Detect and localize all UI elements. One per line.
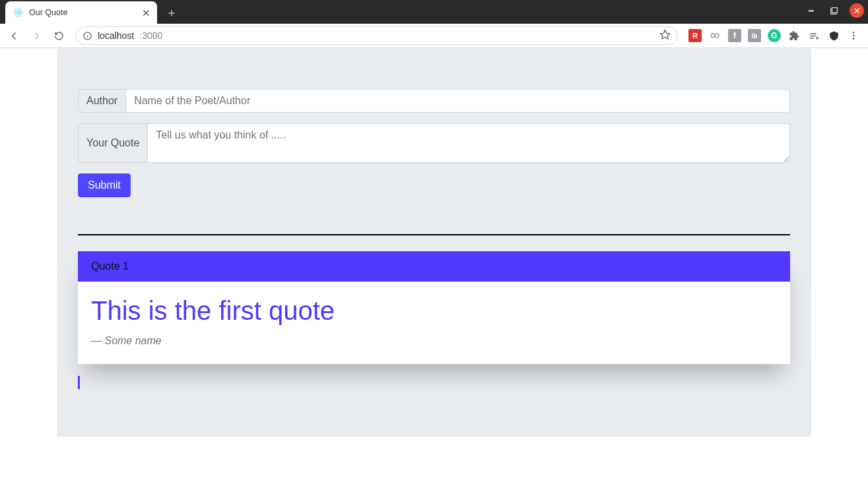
svg-point-14 xyxy=(853,38,855,40)
extension-facebook-icon[interactable]: f xyxy=(728,29,741,42)
tab-strip: Our Quote ✕ ＋ ━ ✕ xyxy=(0,0,868,24)
reload-button[interactable] xyxy=(49,26,69,46)
submit-button[interactable]: Submit xyxy=(78,173,131,197)
extension-icons: R f ib G xyxy=(684,29,864,42)
quote-card: Quote 1 This is the first quote Some nam… xyxy=(78,251,790,364)
back-button[interactable] xyxy=(4,26,24,46)
author-input[interactable] xyxy=(126,89,790,113)
bookmark-star-icon[interactable] xyxy=(659,29,671,42)
url-port: :3000 xyxy=(139,30,162,41)
tab-close-icon[interactable]: ✕ xyxy=(142,8,150,18)
browser-toolbar: localhost:3000 R f ib G xyxy=(0,24,868,48)
forward-button[interactable] xyxy=(26,26,46,46)
close-window-button[interactable]: ✕ xyxy=(850,3,864,18)
extension-grammarly-icon[interactable]: G xyxy=(768,29,781,42)
extension-icon[interactable]: ib xyxy=(748,29,761,42)
quote-text: This is the first quote xyxy=(91,296,777,326)
browser-tab[interactable]: Our Quote ✕ xyxy=(5,1,157,24)
chrome-menu-icon[interactable] xyxy=(847,29,860,42)
author-input-group: Author xyxy=(78,89,790,113)
quote-card-body: This is the first quote Some name xyxy=(78,282,790,364)
section-divider xyxy=(78,234,790,235)
quote-label: Your Quote xyxy=(78,123,148,163)
page-viewport[interactable]: Author Your Quote Submit Quote 1 This is… xyxy=(0,48,868,490)
quote-author: Some name xyxy=(91,335,777,347)
svg-rect-5 xyxy=(832,7,837,13)
quote-author-name: Some name xyxy=(104,335,161,346)
address-bar[interactable]: localhost:3000 xyxy=(75,26,678,45)
author-label: Author xyxy=(78,89,126,113)
svg-point-11 xyxy=(715,34,719,38)
browser-window: Our Quote ✕ ＋ ━ ✕ localhost:3000 xyxy=(0,0,868,490)
extensions-puzzle-icon[interactable] xyxy=(787,29,801,42)
svg-point-10 xyxy=(711,34,715,38)
extension-link-icon[interactable] xyxy=(708,29,721,42)
svg-point-13 xyxy=(853,35,855,37)
page-panel: Author Your Quote Submit Quote 1 This is… xyxy=(57,48,811,437)
extension-shield-icon[interactable] xyxy=(827,29,840,42)
maximize-button[interactable] xyxy=(827,4,840,17)
window-controls: ━ ✕ xyxy=(805,3,864,18)
new-tab-button[interactable]: ＋ xyxy=(162,3,181,22)
svg-point-12 xyxy=(853,32,855,34)
extension-playlist-icon[interactable] xyxy=(807,29,820,42)
svg-marker-9 xyxy=(660,30,669,38)
quote-textarea[interactable] xyxy=(148,123,790,163)
text-cursor-icon xyxy=(78,376,80,389)
react-favicon-icon xyxy=(13,7,24,18)
minimize-button[interactable]: ━ xyxy=(805,4,818,17)
svg-point-0 xyxy=(18,12,20,14)
url-host: localhost xyxy=(98,30,134,41)
quote-input-group: Your Quote xyxy=(78,123,790,163)
tab-title: Our Quote xyxy=(29,8,137,17)
site-info-icon[interactable] xyxy=(83,31,92,41)
quote-card-header: Quote 1 xyxy=(78,251,790,282)
extension-icon[interactable]: R xyxy=(688,29,702,42)
